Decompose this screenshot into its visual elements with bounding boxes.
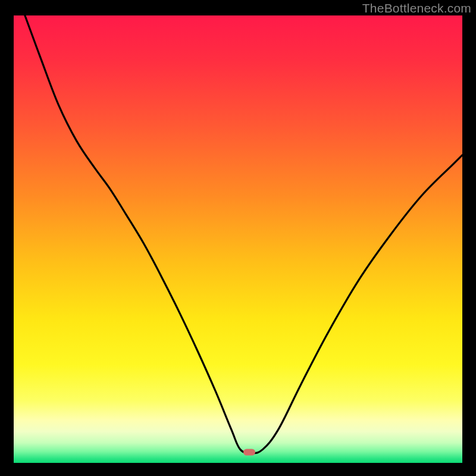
- chart-frame: TheBottleneck.com: [0, 0, 476, 476]
- bottleneck-curve: [14, 15, 462, 463]
- minimum-marker: [243, 449, 255, 455]
- plot-area: [14, 15, 462, 463]
- watermark-text: TheBottleneck.com: [362, 1, 471, 15]
